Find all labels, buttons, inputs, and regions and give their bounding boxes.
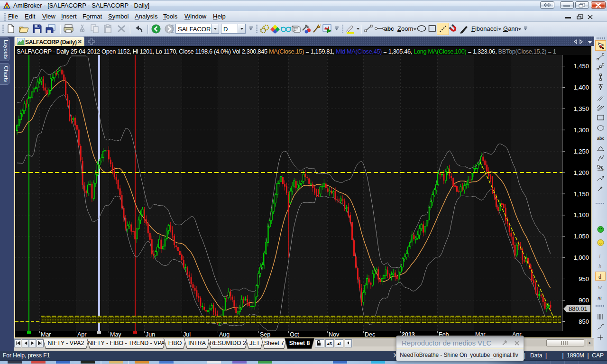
svg-text:1,200: 1,200 [573,169,589,176]
svg-text:1,050: 1,050 [573,233,589,240]
svg-text:May: May [110,331,121,337]
svg-text:Nov: Nov [329,331,340,337]
svg-text:Mar: Mar [41,331,51,337]
svg-text:Apr: Apr [77,331,86,337]
svg-text:1,450: 1,450 [573,63,589,70]
svg-text:Dec: Dec [365,331,375,337]
svg-text:d: d [598,273,601,280]
svg-text:1,400: 1,400 [573,84,589,91]
svg-text:1,250: 1,250 [573,148,589,155]
svg-text:Jun: Jun [146,331,155,337]
svg-text:m: m [598,294,602,301]
svg-text:1,150: 1,150 [573,191,589,198]
svg-text:1,350: 1,350 [573,105,589,112]
svg-text:h: h [598,263,601,270]
svg-text:880.01: 880.01 [569,305,588,312]
svg-text:Oct: Oct [290,331,299,337]
svg-text:1,000: 1,000 [573,254,589,261]
svg-text:Aug: Aug [219,331,230,337]
svg-text:Sep: Sep [260,331,270,337]
svg-text:1,100: 1,100 [573,211,589,218]
svg-text:Jul: Jul [183,331,191,337]
svg-text:1,300: 1,300 [573,127,589,134]
svg-text:abc: abc [597,136,605,141]
svg-text:i: i [599,253,600,260]
svg-text:w: w [598,284,602,291]
svg-text:900: 900 [579,297,589,304]
svg-text:850: 850 [579,318,589,325]
svg-text:950: 950 [579,275,589,282]
